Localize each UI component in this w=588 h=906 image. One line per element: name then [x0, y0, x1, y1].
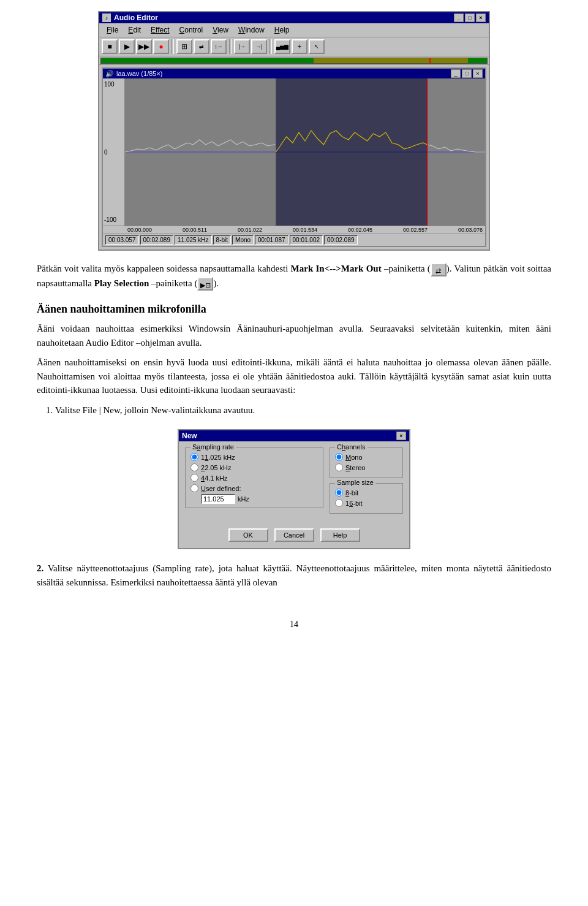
ok-button[interactable]: OK — [228, 528, 268, 542]
timeline-inner[interactable] — [100, 58, 488, 64]
user-defined-row: User defined: — [190, 484, 318, 492]
select-button[interactable]: ↖ — [309, 39, 325, 54]
menu-control[interactable]: Control — [175, 25, 208, 36]
menu-help[interactable]: Help — [270, 25, 295, 36]
step-1: Valitse File | New, jolloin New-valintai… — [55, 403, 551, 417]
paragraph-2: Ääni voidaan nauhoittaa esimerkiksi Wind… — [37, 322, 551, 349]
8bit-label: 8-bit — [345, 489, 358, 497]
marker-in-button[interactable]: |→ — [234, 39, 250, 54]
window-icon: ♪ — [102, 13, 111, 22]
sample-size-group: Sample size 8-bit 16-bit — [330, 483, 403, 514]
stereo-row: Stereo — [335, 463, 398, 471]
stop-button[interactable]: ■ — [102, 39, 118, 54]
fast-forward-button[interactable]: ▶▶ — [136, 39, 152, 54]
window-titlebar: ♪ Audio Editor _ □ × — [99, 12, 489, 23]
main-content: Pätkän voit valita myös kappaleen soides… — [37, 262, 551, 607]
time-2: 00:01.022 — [238, 227, 262, 233]
dialog-close-button[interactable]: × — [396, 432, 406, 440]
paragraph-3: Äänen nauhoittamiseksi on ensin hyvä luo… — [37, 356, 551, 397]
wav-title: laa.wav (1/85×) — [116, 70, 163, 77]
loop-button[interactable]: ⇄ — [194, 39, 209, 54]
stereo-radio[interactable] — [335, 463, 343, 471]
time-5: 00:02.557 — [403, 227, 428, 233]
toolbar-separator-3 — [270, 39, 272, 54]
time-1: 00:00.511 — [183, 227, 207, 233]
y-axis-top: 100 — [104, 81, 123, 88]
menu-effect[interactable]: Effect — [146, 25, 174, 36]
16bit-radio[interactable] — [335, 499, 343, 507]
time-0: 00:00.000 — [127, 227, 152, 233]
timeline-bar — [99, 56, 489, 65]
16bit-label: 16-bit — [345, 500, 363, 507]
wav-statusbar: 00:03.057 00:02.089 11.025 kHz 8-bit Mon… — [103, 234, 485, 246]
help-button[interactable]: Help — [320, 528, 360, 542]
wav-titlebar-buttons: _ □ × — [451, 69, 483, 78]
play-selection-icon: ▶⊡ — [197, 277, 213, 291]
khz-label: kHz — [238, 495, 249, 503]
rate-2205-radio[interactable] — [190, 463, 198, 471]
channels-label: Channels — [335, 443, 368, 451]
waveform-svg — [125, 78, 485, 226]
steps-list: Valitse File | New, jolloin New-valintai… — [55, 403, 551, 417]
status-sample-rate: 11.025 kHz — [175, 235, 212, 245]
rate-user-label: User defined: — [201, 485, 241, 492]
toolbar: ■ ▶ ▶▶ ● ⊞ ⇄ ↕↔ |→ →| ▄▅▆ + ↖ — [99, 37, 489, 56]
maximize-button[interactable]: □ — [465, 13, 475, 22]
dialog-title: New — [182, 432, 197, 440]
rate-441-radio[interactable] — [190, 474, 198, 482]
marker-out-button[interactable]: →| — [251, 39, 267, 54]
level-button[interactable]: ▄▅▆ — [274, 39, 290, 54]
timeline-cursor — [429, 58, 431, 63]
time-6: 00:03.076 — [458, 227, 483, 233]
audio-editor-section: ♪ Audio Editor _ □ × File Edit Effect Co… — [37, 0, 551, 251]
close-button[interactable]: × — [476, 13, 486, 22]
user-defined-input[interactable] — [202, 494, 235, 504]
dialog-buttons: OK Cancel Help — [179, 525, 409, 548]
menu-view[interactable]: View — [208, 25, 233, 36]
titlebar-left: ♪ Audio Editor — [102, 13, 158, 22]
window-menubar: File Edit Effect Control View Window Hel… — [99, 23, 489, 37]
wav-timescale: 00:00.000 00:00.511 00:01.022 00:01.534 … — [103, 226, 485, 234]
svg-rect-2 — [276, 78, 427, 226]
menu-edit[interactable]: Edit — [123, 25, 146, 36]
mono-radio[interactable] — [335, 453, 343, 461]
mono-row: Mono — [335, 453, 398, 461]
wav-minimize[interactable]: _ — [451, 69, 461, 78]
rate-11025-row: 11.025 kHz — [190, 453, 318, 461]
titlebar-buttons: _ □ × — [454, 13, 486, 22]
status-position: 00:02.089 — [140, 235, 174, 245]
rate-11025-label: 11.025 kHz — [201, 454, 235, 461]
status-time-3: 00:02.089 — [324, 235, 358, 245]
dialog-container: New × Sampling rate 11.025 kHz — [37, 429, 551, 549]
play-button[interactable]: ▶ — [119, 39, 135, 54]
zoom-button[interactable]: ↕↔ — [211, 39, 227, 54]
wav-close[interactable]: × — [473, 69, 483, 78]
edit-button[interactable]: ⊞ — [176, 39, 192, 54]
mono-label: Mono — [345, 454, 363, 461]
status-time-1: 00:01.087 — [255, 235, 288, 245]
record-button[interactable]: ● — [153, 39, 169, 54]
minimize-button[interactable]: _ — [454, 13, 464, 22]
menu-file[interactable]: File — [102, 25, 123, 36]
rate-441-label: 44.1 kHz — [201, 474, 227, 482]
page-number: 14 — [37, 620, 551, 630]
rate-2205-row: 22.05 kHz — [190, 463, 318, 471]
wav-content[interactable]: 100 0 -100 — [103, 78, 485, 226]
cancel-button[interactable]: Cancel — [274, 528, 314, 542]
plus-button[interactable]: + — [292, 39, 307, 54]
rate-user-radio[interactable] — [190, 484, 198, 492]
timeline-selection — [314, 58, 468, 63]
menu-window[interactable]: Window — [233, 25, 270, 36]
time-4: 00:02.045 — [348, 227, 372, 233]
rate-11025-radio[interactable] — [190, 453, 198, 461]
8bit-row: 8-bit — [335, 489, 398, 497]
user-defined-input-row: kHz — [190, 494, 318, 504]
8bit-radio[interactable] — [335, 489, 343, 497]
wav-maximize[interactable]: □ — [462, 69, 472, 78]
wav-y-axis: 100 0 -100 — [103, 78, 125, 226]
wav-plot-area[interactable] — [125, 78, 485, 226]
audio-editor-window: ♪ Audio Editor _ □ × File Edit Effect Co… — [98, 11, 490, 251]
new-dialog: New × Sampling rate 11.025 kHz — [178, 429, 410, 549]
16bit-row: 16-bit — [335, 499, 398, 507]
paragraph-1: Pätkän voit valita myös kappaleen soides… — [37, 262, 551, 291]
